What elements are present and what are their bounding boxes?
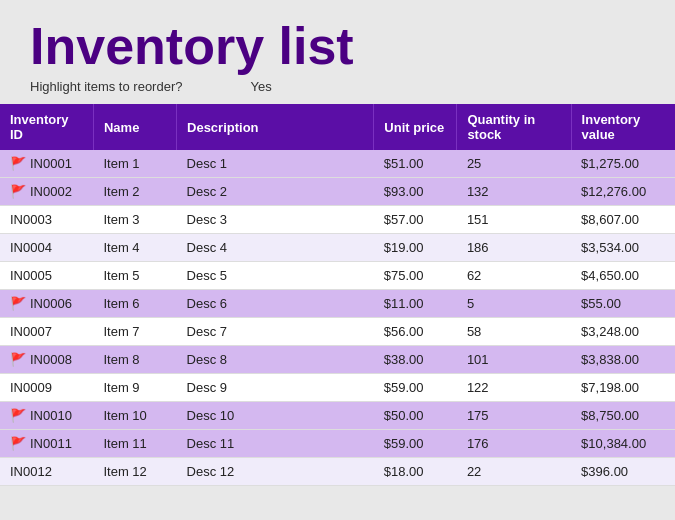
cell-price: $75.00 bbox=[374, 262, 457, 290]
table-row: 🚩IN0006Item 6Desc 6$11.005$55.00 bbox=[0, 290, 675, 318]
table-row: IN0009Item 9Desc 9$59.00122$7,198.00 bbox=[0, 374, 675, 402]
inventory-id: IN0006 bbox=[30, 296, 72, 311]
cell-name: Item 10 bbox=[93, 402, 176, 430]
cell-qty: 186 bbox=[457, 234, 571, 262]
cell-price: $59.00 bbox=[374, 374, 457, 402]
cell-qty: 151 bbox=[457, 206, 571, 234]
cell-desc: Desc 11 bbox=[177, 430, 374, 458]
cell-qty: 58 bbox=[457, 318, 571, 346]
cell-desc: Desc 9 bbox=[177, 374, 374, 402]
col-header-qty: Quantity in stock bbox=[457, 104, 571, 150]
cell-desc: Desc 5 bbox=[177, 262, 374, 290]
cell-price: $51.00 bbox=[374, 150, 457, 178]
table-body: 🚩IN0001Item 1Desc 1$51.0025$1,275.00🚩IN0… bbox=[0, 150, 675, 486]
header-row: Inventory ID Name Description Unit price… bbox=[0, 104, 675, 150]
cell-id: 🚩IN0010 bbox=[0, 402, 93, 430]
cell-qty: 22 bbox=[457, 458, 571, 486]
cell-id: 🚩IN0011 bbox=[0, 430, 93, 458]
cell-value: $8,750.00 bbox=[571, 402, 675, 430]
table-row: IN0007Item 7Desc 7$56.0058$3,248.00 bbox=[0, 318, 675, 346]
cell-value: $396.00 bbox=[571, 458, 675, 486]
cell-name: Item 5 bbox=[93, 262, 176, 290]
header: Inventory list Highlight items to reorde… bbox=[0, 0, 675, 104]
cell-id: IN0004 bbox=[0, 234, 93, 262]
cell-desc: Desc 7 bbox=[177, 318, 374, 346]
cell-desc: Desc 3 bbox=[177, 206, 374, 234]
table-row: 🚩IN0010Item 10Desc 10$50.00175$8,750.00 bbox=[0, 402, 675, 430]
subtitle-row: Highlight items to reorder? Yes bbox=[30, 79, 645, 94]
cell-price: $57.00 bbox=[374, 206, 457, 234]
cell-qty: 175 bbox=[457, 402, 571, 430]
inventory-id: IN0001 bbox=[30, 156, 72, 171]
page: Inventory list Highlight items to reorde… bbox=[0, 0, 675, 520]
cell-id: 🚩IN0001 bbox=[0, 150, 93, 178]
table-row: IN0004Item 4Desc 4$19.00186$3,534.00 bbox=[0, 234, 675, 262]
table-row: IN0005Item 5Desc 5$75.0062$4,650.00 bbox=[0, 262, 675, 290]
inventory-id: IN0008 bbox=[30, 352, 72, 367]
cell-id: 🚩IN0006 bbox=[0, 290, 93, 318]
cell-name: Item 8 bbox=[93, 346, 176, 374]
cell-qty: 5 bbox=[457, 290, 571, 318]
col-header-name: Name bbox=[93, 104, 176, 150]
table-header: Inventory ID Name Description Unit price… bbox=[0, 104, 675, 150]
cell-qty: 62 bbox=[457, 262, 571, 290]
cell-value: $3,248.00 bbox=[571, 318, 675, 346]
table-row: 🚩IN0002Item 2Desc 2$93.00132$12,276.00 bbox=[0, 178, 675, 206]
cell-price: $56.00 bbox=[374, 318, 457, 346]
cell-name: Item 3 bbox=[93, 206, 176, 234]
cell-id: IN0003 bbox=[0, 206, 93, 234]
flag-icon: 🚩 bbox=[10, 437, 26, 450]
table-row: 🚩IN0011Item 11Desc 11$59.00176$10,384.00 bbox=[0, 430, 675, 458]
cell-qty: 122 bbox=[457, 374, 571, 402]
page-title: Inventory list bbox=[30, 18, 645, 75]
cell-value: $10,384.00 bbox=[571, 430, 675, 458]
cell-value: $55.00 bbox=[571, 290, 675, 318]
cell-id: IN0007 bbox=[0, 318, 93, 346]
cell-price: $11.00 bbox=[374, 290, 457, 318]
cell-value: $1,275.00 bbox=[571, 150, 675, 178]
inventory-id: IN0010 bbox=[30, 408, 72, 423]
cell-price: $38.00 bbox=[374, 346, 457, 374]
cell-desc: Desc 10 bbox=[177, 402, 374, 430]
cell-value: $12,276.00 bbox=[571, 178, 675, 206]
cell-name: Item 7 bbox=[93, 318, 176, 346]
cell-id: 🚩IN0002 bbox=[0, 178, 93, 206]
cell-id: IN0005 bbox=[0, 262, 93, 290]
flag-icon: 🚩 bbox=[10, 185, 26, 198]
flag-icon: 🚩 bbox=[10, 297, 26, 310]
table-container: Inventory ID Name Description Unit price… bbox=[0, 104, 675, 520]
cell-id: IN0012 bbox=[0, 458, 93, 486]
cell-value: $8,607.00 bbox=[571, 206, 675, 234]
cell-name: Item 12 bbox=[93, 458, 176, 486]
col-header-desc: Description bbox=[177, 104, 374, 150]
cell-desc: Desc 4 bbox=[177, 234, 374, 262]
cell-value: $3,534.00 bbox=[571, 234, 675, 262]
cell-price: $93.00 bbox=[374, 178, 457, 206]
flag-icon: 🚩 bbox=[10, 157, 26, 170]
cell-value: $4,650.00 bbox=[571, 262, 675, 290]
cell-desc: Desc 12 bbox=[177, 458, 374, 486]
table-row: IN0003Item 3Desc 3$57.00151$8,607.00 bbox=[0, 206, 675, 234]
inventory-id: IN0002 bbox=[30, 184, 72, 199]
cell-name: Item 9 bbox=[93, 374, 176, 402]
inventory-table: Inventory ID Name Description Unit price… bbox=[0, 104, 675, 486]
flag-icon: 🚩 bbox=[10, 353, 26, 366]
inventory-id: IN0011 bbox=[30, 436, 72, 451]
table-row: 🚩IN0008Item 8Desc 8$38.00101$3,838.00 bbox=[0, 346, 675, 374]
col-header-price: Unit price bbox=[374, 104, 457, 150]
cell-name: Item 11 bbox=[93, 430, 176, 458]
cell-id: IN0009 bbox=[0, 374, 93, 402]
cell-price: $59.00 bbox=[374, 430, 457, 458]
cell-price: $19.00 bbox=[374, 234, 457, 262]
cell-id: 🚩IN0008 bbox=[0, 346, 93, 374]
cell-name: Item 2 bbox=[93, 178, 176, 206]
cell-name: Item 6 bbox=[93, 290, 176, 318]
cell-qty: 176 bbox=[457, 430, 571, 458]
cell-value: $3,838.00 bbox=[571, 346, 675, 374]
cell-name: Item 1 bbox=[93, 150, 176, 178]
cell-qty: 25 bbox=[457, 150, 571, 178]
flag-icon: 🚩 bbox=[10, 409, 26, 422]
col-header-id: Inventory ID bbox=[0, 104, 93, 150]
cell-price: $50.00 bbox=[374, 402, 457, 430]
cell-value: $7,198.00 bbox=[571, 374, 675, 402]
